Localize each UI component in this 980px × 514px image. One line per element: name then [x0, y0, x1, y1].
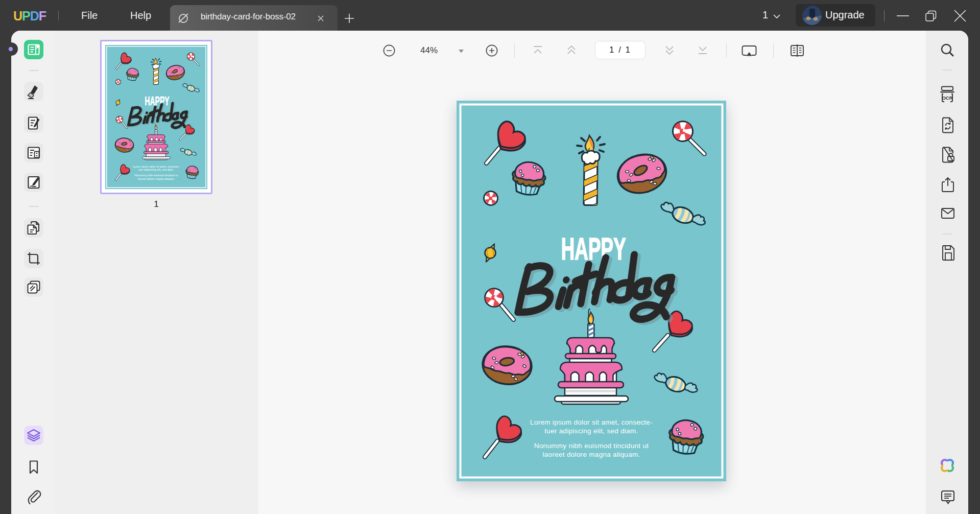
svg-text:OCR: OCR [942, 95, 952, 101]
